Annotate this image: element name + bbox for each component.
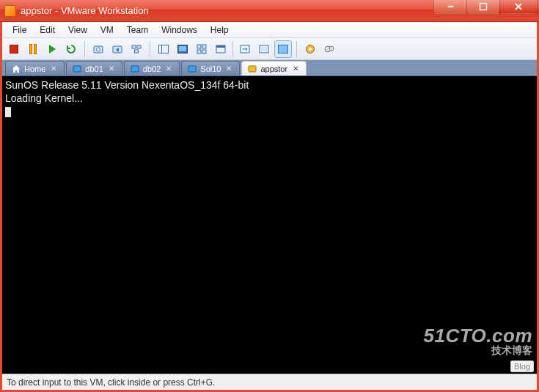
window-title: appstor - VMware Workstation bbox=[21, 5, 149, 16]
home-icon bbox=[12, 64, 21, 73]
menu-vm[interactable]: VM bbox=[95, 23, 120, 37]
tab-close-icon[interactable]: ✕ bbox=[291, 64, 300, 73]
svg-rect-28 bbox=[249, 66, 256, 72]
svg-rect-16 bbox=[216, 45, 225, 48]
reset-button[interactable] bbox=[62, 40, 80, 58]
minimize-button[interactable]: ━ bbox=[433, 0, 467, 14]
svg-rect-12 bbox=[202, 45, 206, 48]
menu-file[interactable]: File bbox=[7, 23, 32, 37]
svg-rect-27 bbox=[188, 66, 196, 72]
tab-label: Home bbox=[24, 64, 45, 73]
svg-point-24 bbox=[329, 46, 334, 51]
tab-label: Sol10 bbox=[200, 64, 221, 73]
tabstrip: Home ✕ db01 ✕ db02 ✕ Sol10 ✕ appstor ✕ bbox=[2, 60, 537, 76]
maximize-button[interactable] bbox=[466, 0, 500, 14]
svg-rect-19 bbox=[261, 47, 267, 51]
statusbar: To direct input to this VM, click inside… bbox=[2, 374, 537, 390]
svg-rect-4 bbox=[132, 45, 136, 48]
tab-label: db02 bbox=[143, 64, 161, 73]
tab-appstor[interactable]: appstor ✕ bbox=[241, 61, 307, 75]
window-controls: ━ bbox=[434, 0, 539, 21]
svg-rect-0 bbox=[480, 3, 487, 10]
vm-icon bbox=[73, 64, 81, 73]
svg-rect-7 bbox=[159, 45, 169, 53]
snapshot-button[interactable] bbox=[89, 40, 107, 58]
svg-rect-25 bbox=[73, 66, 81, 72]
tab-db01[interactable]: db01 ✕ bbox=[66, 61, 122, 75]
terminal-line: Loading Kernel... bbox=[5, 92, 83, 104]
svg-point-2 bbox=[97, 48, 100, 51]
snapshot-manager-button[interactable] bbox=[128, 40, 145, 58]
menu-windows[interactable]: Windows bbox=[155, 23, 203, 37]
svg-rect-10 bbox=[179, 46, 186, 51]
revert-snapshot-button[interactable] bbox=[109, 40, 126, 58]
status-text: To direct input to this VM, click inside… bbox=[7, 377, 215, 388]
show-sidebar-button[interactable] bbox=[155, 40, 172, 58]
menu-edit[interactable]: Edit bbox=[34, 23, 61, 37]
terminal-line: SunOS Release 5.11 Version NexentaOS_134… bbox=[5, 79, 249, 91]
vm-icon bbox=[188, 64, 197, 73]
tab-close-icon[interactable]: ✕ bbox=[224, 64, 233, 73]
tab-sol10[interactable]: Sol10 ✕ bbox=[181, 61, 240, 75]
svg-rect-11 bbox=[197, 45, 201, 48]
terminal-output: SunOS Release 5.11 Version NexentaOS_134… bbox=[2, 78, 535, 372]
tab-home[interactable]: Home ✕ bbox=[5, 61, 65, 75]
show-console-button[interactable] bbox=[174, 40, 191, 58]
vm-icon bbox=[248, 64, 257, 73]
svg-rect-20 bbox=[279, 45, 288, 53]
show-thumbnail-button[interactable] bbox=[193, 40, 210, 58]
menu-view[interactable]: View bbox=[62, 23, 93, 37]
power-off-button[interactable] bbox=[5, 40, 23, 58]
svg-rect-26 bbox=[131, 66, 139, 72]
vm-console[interactable]: SunOS Release 5.11 Version NexentaOS_134… bbox=[2, 76, 537, 374]
client-area: File Edit View VM Team Windows Help bbox=[0, 22, 539, 392]
show-appliance-button[interactable] bbox=[212, 40, 230, 58]
vm-icon bbox=[131, 64, 139, 73]
tab-close-icon[interactable]: ✕ bbox=[107, 64, 116, 73]
full-screen-button[interactable] bbox=[274, 40, 292, 58]
suspend-button[interactable] bbox=[24, 40, 42, 58]
tab-label: appstor bbox=[260, 64, 287, 73]
svg-rect-6 bbox=[135, 50, 139, 53]
titlebar: appstor - VMware Workstation ━ bbox=[0, 0, 539, 22]
svg-rect-5 bbox=[137, 45, 141, 48]
unity-button[interactable] bbox=[255, 40, 273, 58]
power-on-button[interactable] bbox=[43, 40, 61, 58]
menu-help[interactable]: Help bbox=[205, 23, 235, 37]
svg-point-22 bbox=[309, 48, 312, 51]
quick-switch-button[interactable] bbox=[236, 40, 254, 58]
toolbar bbox=[2, 38, 537, 60]
capture-screen-button[interactable] bbox=[301, 40, 319, 58]
close-button[interactable] bbox=[499, 0, 538, 14]
capture-movie-button[interactable] bbox=[320, 40, 338, 58]
tab-db02[interactable]: db02 ✕ bbox=[124, 61, 180, 75]
tab-close-icon[interactable]: ✕ bbox=[164, 64, 173, 73]
tab-label: db01 bbox=[85, 64, 103, 73]
app-icon bbox=[4, 5, 16, 17]
svg-rect-13 bbox=[197, 50, 201, 53]
menubar: File Edit View VM Team Windows Help bbox=[2, 22, 537, 38]
menu-team[interactable]: Team bbox=[121, 23, 154, 37]
tab-close-icon[interactable]: ✕ bbox=[49, 64, 58, 73]
svg-rect-14 bbox=[202, 50, 206, 53]
cursor-icon bbox=[5, 107, 11, 117]
